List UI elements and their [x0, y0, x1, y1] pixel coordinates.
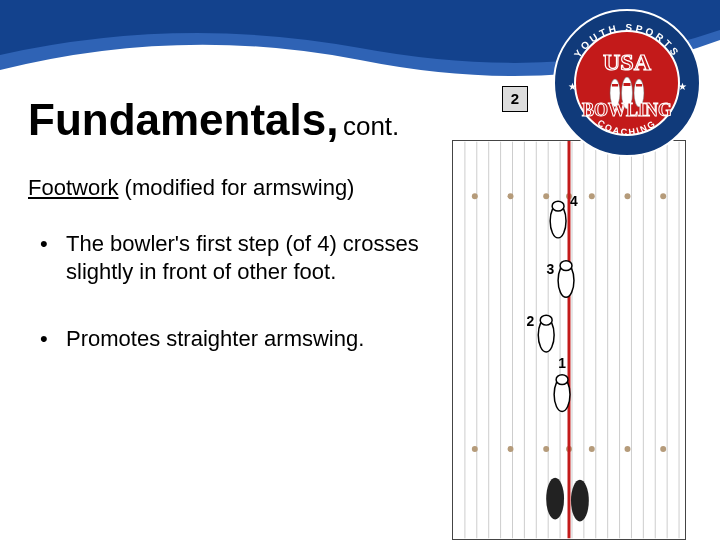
svg-point-46 — [546, 478, 564, 520]
usa-bowling-logo: YOUTH SPORTS COACHING ★ ★ USA BOWLING — [552, 8, 702, 158]
svg-rect-11 — [636, 84, 642, 87]
svg-point-35 — [589, 193, 595, 199]
svg-point-49 — [556, 375, 568, 385]
svg-point-47 — [571, 480, 589, 522]
step-label-1: 1 — [558, 355, 566, 371]
svg-point-31 — [472, 193, 478, 199]
lane-diagram: 1 2 3 4 — [452, 140, 686, 540]
step-label-3: 3 — [546, 261, 554, 277]
subtitle-underlined: Footwork — [28, 175, 118, 200]
svg-point-55 — [552, 201, 564, 211]
subtitle: Footwork (modified for armswing) — [28, 175, 354, 201]
svg-point-44 — [660, 446, 666, 452]
svg-point-39 — [508, 446, 514, 452]
svg-point-38 — [472, 446, 478, 452]
svg-text:★: ★ — [568, 81, 577, 92]
svg-text:★: ★ — [678, 81, 687, 92]
logo-usa: USA — [603, 49, 652, 75]
footstep-3: 3 — [546, 261, 574, 298]
logo-bowling: BOWLING — [582, 100, 672, 120]
svg-point-32 — [508, 193, 514, 199]
bullet-list: The bowler's first step (of 4) crosses s… — [40, 230, 420, 393]
svg-rect-10 — [624, 83, 631, 86]
step-label-4: 4 — [570, 193, 578, 209]
subtitle-rest: (modified for armswing) — [118, 175, 354, 200]
svg-point-42 — [589, 446, 595, 452]
svg-point-36 — [625, 193, 631, 199]
svg-point-33 — [543, 193, 549, 199]
svg-point-53 — [560, 261, 572, 271]
footstep-2: 2 — [527, 313, 555, 352]
sequence-box: 2 — [502, 86, 528, 112]
step-label-2: 2 — [527, 313, 535, 329]
svg-point-51 — [540, 315, 552, 325]
footstep-4: 4 — [550, 193, 578, 238]
svg-point-37 — [660, 193, 666, 199]
bullet-item: Promotes straighter armswing. — [40, 325, 420, 353]
svg-point-40 — [543, 446, 549, 452]
svg-point-43 — [625, 446, 631, 452]
svg-rect-9 — [612, 84, 618, 87]
bullet-item: The bowler's first step (of 4) crosses s… — [40, 230, 420, 285]
